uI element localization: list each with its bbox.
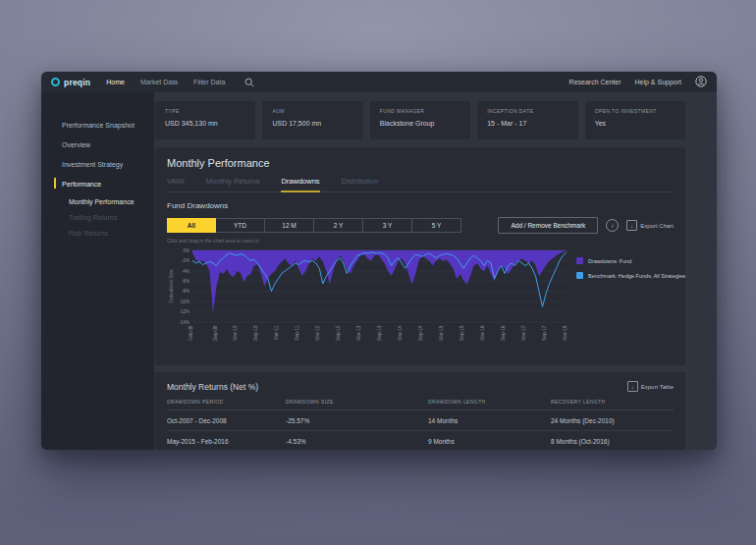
range-button-ytd[interactable]: YTD xyxy=(216,218,265,233)
svg-text:Mar-14: Mar-14 xyxy=(398,325,403,341)
table-cell: 24 Months (Dec-2010) xyxy=(551,417,674,424)
svg-text:Sep-13: Sep-13 xyxy=(377,325,382,341)
add-remove-benchmark-button[interactable]: Add / Remove Benchmark xyxy=(498,217,598,234)
svg-text:Mar-17: Mar-17 xyxy=(521,325,526,341)
drawdown-chart[interactable]: 0%-2%-4%-6%-8%-10%-12%-14%Feb-09Sep-09Ma… xyxy=(167,245,674,344)
export-table-button[interactable]: ↓ Export Table xyxy=(627,381,674,392)
range-button-all[interactable]: All xyxy=(167,218,216,233)
svg-text:Mar-15: Mar-15 xyxy=(439,325,444,341)
stat-value: USD 17,500 mn xyxy=(272,120,352,127)
download-icon: ↓ xyxy=(626,220,637,231)
sidebar-subitem-risk-returns[interactable]: Risk Returns xyxy=(41,225,154,241)
column-header: RECOVERY LENGTH xyxy=(551,399,674,405)
sidebar: Prerformance Snapshot Overview Investmen… xyxy=(41,92,154,450)
svg-text:Sep-17: Sep-17 xyxy=(542,325,547,341)
sidebar-item-overview[interactable]: Overview xyxy=(41,135,154,154)
export-chart-button[interactable]: ↓ Export Chart xyxy=(626,220,674,231)
stat-value: 15 - Mar - 17 xyxy=(487,120,567,127)
stat-label: INCEPTION DATE xyxy=(487,108,567,114)
chart-subtitle: Fund Drawdowns xyxy=(167,201,674,210)
table-cell: -4.53% xyxy=(286,438,428,445)
tab-drawdowns[interactable]: Drawdowns xyxy=(281,177,319,192)
user-profile-icon[interactable] xyxy=(695,74,707,91)
monthly-returns-panel: Monthly Returns (Net %) ↓ Export Table D… xyxy=(155,372,685,450)
nav-item-filter-data[interactable]: Filter Data xyxy=(193,79,225,85)
sidebar-subitem-monthly-performance[interactable]: Monthly Performance xyxy=(41,193,154,209)
export-chart-label: Export Chart xyxy=(640,223,674,229)
table-column-headers: DRAWDOWN PERIOD DRAWDOWN SIZE DRAWDOWN L… xyxy=(167,399,674,410)
export-table-label: Export Table xyxy=(641,384,674,390)
nav-item-home[interactable]: Home xyxy=(106,79,125,85)
preqin-logo[interactable]: preqin xyxy=(51,78,90,87)
stat-value: USD 345,130 mn xyxy=(165,120,245,127)
stat-card-type: TYPE USD 345,130 mn xyxy=(155,101,255,139)
sidebar-item-performance[interactable]: Performance xyxy=(41,174,154,193)
top-nav: preqin Home Market Data Filter Data Rese… xyxy=(41,72,717,92)
monthly-performance-panel: Monthly Performance VAMI Monthly Returns… xyxy=(155,147,685,365)
svg-text:Mar-11: Mar-11 xyxy=(274,325,279,340)
nav-item-research-center[interactable]: Research Center xyxy=(569,79,621,85)
column-header: DRAWDOWN LENGTH xyxy=(428,399,551,405)
drawdown-table: DRAWDOWN PERIOD DRAWDOWN SIZE DRAWDOWN L… xyxy=(167,399,674,450)
sidebar-item-label: Overview xyxy=(62,141,90,148)
drawdown-chart-svg: 0%-2%-4%-6%-8%-10%-12%-14%Feb-09Sep-09Ma… xyxy=(167,245,568,343)
chart-controls: All YTD 12 M 2 Y 3 Y 5 Y Add / Remove Be… xyxy=(167,217,674,234)
svg-text:Sep-16: Sep-16 xyxy=(501,325,506,341)
app-window: preqin Home Market Data Filter Data Rese… xyxy=(41,72,717,450)
svg-text:-10%: -10% xyxy=(179,300,189,304)
range-button-5y[interactable]: 5 Y xyxy=(412,218,461,233)
chart-legend: Drawdowns: Fund Benchmark: Hedge Funds, … xyxy=(576,257,685,287)
table-cell: 8 Months (Oct-2016) xyxy=(551,438,674,445)
svg-text:-6%: -6% xyxy=(182,279,189,284)
svg-text:-8%: -8% xyxy=(182,289,189,294)
info-icon[interactable]: i xyxy=(606,219,619,232)
svg-text:Sep-09: Sep-09 xyxy=(213,325,218,341)
svg-text:Mar-16: Mar-16 xyxy=(480,325,485,341)
sidebar-item-performance-snapshot[interactable]: Prerformance Snapshot xyxy=(41,115,154,135)
column-header: DRAWDOWN PERIOD xyxy=(167,399,286,405)
stat-card-aum: AUM USD 17,500 mn xyxy=(262,101,362,139)
zoom-hint-text: Click and drag in the chart area to zoom… xyxy=(167,238,674,244)
stat-card-inception-date: INCEPTION DATE 15 - Mar - 17 xyxy=(477,101,577,139)
preqin-logo-text: preqin xyxy=(64,78,90,87)
stat-card-open-to-investment: OPEN TO INVESTMENT Yes xyxy=(585,101,685,139)
table-row: Oct-2007 - Dec-2008 -25.57% 14 Months 24… xyxy=(167,410,674,431)
table-title: Monthly Returns (Net %) xyxy=(167,382,258,392)
stat-label: FUND MANAGER xyxy=(380,108,460,114)
performance-tabs: VAMI Monthly Returns Drawdowns Distribut… xyxy=(167,177,674,192)
table-cell: Oct-2007 - Dec-2008 xyxy=(167,417,286,424)
active-indicator-bar xyxy=(54,178,56,189)
legend-swatch-fund xyxy=(576,257,583,264)
sidebar-item-investment-strategy[interactable]: Investment Strategy xyxy=(41,154,154,174)
svg-text:-2%: -2% xyxy=(182,258,189,263)
sidebar-item-label: Performance xyxy=(62,181,101,188)
svg-text:Sep-15: Sep-15 xyxy=(459,325,464,341)
legend-label-fund: Drawdowns: Fund xyxy=(588,258,631,264)
stat-label: OPEN TO INVESTMENT xyxy=(595,108,675,114)
tab-monthly-returns[interactable]: Monthly Returns xyxy=(206,177,260,191)
column-header: DRAWDOWN SIZE xyxy=(286,399,428,405)
table-cell: 9 Months xyxy=(428,438,551,445)
nav-item-help-support[interactable]: Help & Support xyxy=(635,79,681,85)
range-button-2y[interactable]: 2 Y xyxy=(314,218,363,233)
sidebar-subitem-trailing-returns[interactable]: Trailing Returns xyxy=(41,209,154,225)
stat-card-fund-manager: FUND MANAGER Blackstone Group xyxy=(370,101,470,139)
stat-label: AUM xyxy=(272,108,352,114)
stat-value: Blackstone Group xyxy=(380,120,460,127)
content-area: TYPE USD 345,130 mn AUM USD 17,500 mn FU… xyxy=(154,92,717,450)
range-button-group: All YTD 12 M 2 Y 3 Y 5 Y xyxy=(167,218,461,233)
svg-text:Mar-10: Mar-10 xyxy=(233,325,238,341)
tab-distribution[interactable]: Distribution xyxy=(342,177,379,191)
nav-item-market-data[interactable]: Market Data xyxy=(140,79,178,85)
stat-label: TYPE xyxy=(165,108,245,114)
table-header-row: Monthly Returns (Net %) ↓ Export Table xyxy=(167,381,674,392)
svg-text:Sep-10: Sep-10 xyxy=(253,325,258,341)
tab-vami[interactable]: VAMI xyxy=(167,177,185,191)
range-button-3y[interactable]: 3 Y xyxy=(363,218,412,233)
search-icon[interactable] xyxy=(244,78,254,87)
svg-text:Mar-18: Mar-18 xyxy=(563,325,567,341)
svg-text:Mar-12: Mar-12 xyxy=(315,325,320,341)
range-button-12m[interactable]: 12 M xyxy=(265,218,314,233)
chart-controls-right: Add / Remove Benchmark i ↓ Export Chart xyxy=(498,217,674,234)
table-cell: May-2015 - Feb-2016 xyxy=(167,438,286,445)
